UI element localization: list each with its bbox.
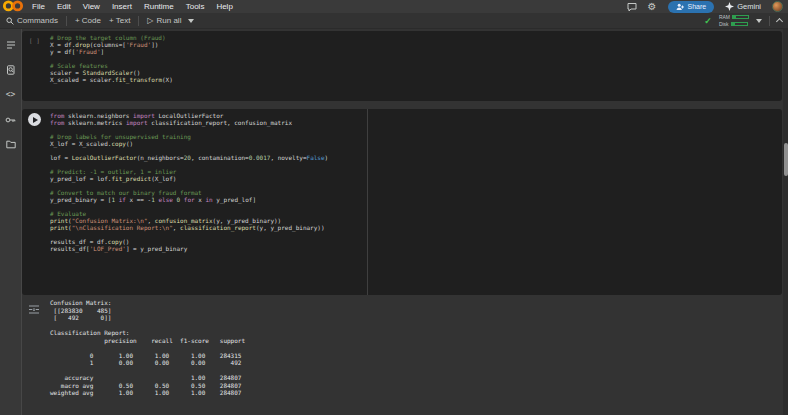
resources-button[interactable]: RAM Disk [719,14,749,27]
code-line: # Drop labels for unsupervised training [50,133,782,140]
code-line: from sklearn.metrics import classificati… [50,119,782,126]
play-icon [33,117,38,123]
code-line: X_scaled = scaler.fit_transform(X) [50,76,782,83]
run-cell-button[interactable] [28,113,41,126]
disk-label: Disk [719,21,729,27]
share-person-icon [676,3,685,11]
code-line: scaler = StandardScaler() [50,69,782,76]
output-gutter [22,299,50,397]
code-line: y_pred_binary = [1 if x == -1 else 0 for… [50,196,782,203]
disk-meter [731,22,748,26]
user-avatar[interactable] [772,1,783,12]
colab-logo-icon[interactable] [2,0,24,12]
ram-label: RAM [719,14,730,20]
code-line [50,203,782,210]
code-line: # Evaluate [50,210,782,217]
code-line: from sklearn.neighbors import LocalOutli… [50,112,782,119]
code-line: y = df['Fraud'] [50,48,782,55]
secrets-key-icon[interactable] [5,114,16,125]
ram-meter [732,15,749,19]
code-line: lof = LocalOutlierFactor(n_neighbors=20,… [50,154,782,161]
commands-label: Commands [17,16,58,25]
code-editor[interactable]: # Drop the target column (Fraud)X = df.d… [50,31,782,101]
scrollbar-thumb[interactable] [784,143,788,176]
code-line: y_pred_lof = lof.fit_predict(X_lof) [50,175,782,182]
column-ruler [367,109,368,295]
code-line: # Predict: -1 = outlier, 1 = inlier [50,168,782,175]
code-line: # Drop the target column (Fraud) [50,34,782,41]
code-editor[interactable]: from sklearn.neighbors import LocalOutli… [50,109,782,295]
cell-gutter [22,109,50,295]
search-icon [6,17,14,25]
code-cell[interactable]: from sklearn.neighbors import LocalOutli… [22,109,782,295]
gemini-label: Gemini [737,2,761,11]
output-toggle-icon[interactable] [28,301,40,319]
menu-insert[interactable]: Insert [112,2,132,11]
code-line [50,182,782,189]
code-snippets-icon[interactable]: <> [5,89,16,100]
find-replace-icon[interactable] [5,64,16,75]
add-code-button[interactable]: + Code [75,16,101,25]
code-line [50,231,782,238]
gear-icon[interactable]: ⚙ [648,2,657,12]
scrollbar-track[interactable] [783,29,788,415]
run-all-label: Run all [157,16,182,25]
code-line: print("Confusion Matrix:\n", confusion_m… [50,217,782,224]
colab-window: FileEditViewInsertRuntimeToolsHelp ⚙ Sha… [0,0,788,415]
menu-view[interactable]: View [83,2,100,11]
menu-file[interactable]: File [32,2,45,11]
cell-output: Confusion Matrix: [[283830 485] [ 492 0]… [22,299,782,397]
run-all-button[interactable]: ▷ Run all [147,16,194,25]
code-line [50,126,782,133]
code-line [50,161,782,168]
menu-bar-items: FileEditViewInsertRuntimeToolsHelp [32,2,233,11]
run-cell-indicator[interactable]: [ ] [29,37,40,44]
menubar: FileEditViewInsertRuntimeToolsHelp ⚙ Sha… [0,0,788,13]
code-line: X_lof = X_scaled.copy() [50,140,782,147]
caret-down-icon[interactable] [756,19,762,23]
code-line [50,147,782,154]
play-icon: ▷ [147,16,153,25]
share-button[interactable]: Share [668,1,715,13]
toolbar: Commands + Code + Text ▷ Run all ✓ RAM D… [0,13,788,29]
code-line: # Convert to match our binary fraud form… [50,189,782,196]
left-sidebar: <> [0,29,22,415]
toolbar-divider [138,16,139,26]
table-of-contents-icon[interactable] [5,39,16,50]
add-text-button[interactable]: + Text [109,16,130,25]
commands-button[interactable]: Commands [6,16,58,25]
check-icon: ✓ [704,16,712,26]
output-text: Confusion Matrix: [[283830 485] [ 492 0]… [50,299,782,397]
comment-icon[interactable] [627,2,637,12]
code-cell[interactable]: [ ] # Drop the target column (Fraud)X = … [22,31,782,101]
code-line [50,55,782,62]
caret-down-icon [188,19,194,23]
menu-edit[interactable]: Edit [57,2,71,11]
notebook-area: [ ] # Drop the target column (Fraud)X = … [22,29,788,415]
code-line: X = df.drop(columns=['Fraud']) [50,41,782,48]
toolbar-divider [769,16,770,26]
menu-runtime[interactable]: Runtime [144,2,174,11]
code-line: # Scale features [50,62,782,69]
cell-gutter: [ ] [22,31,50,101]
code-line: results_df['LOF_Pred'] = y_pred_binary [50,245,782,252]
toolbar-divider [66,16,67,26]
share-button-label: Share [688,3,707,10]
menu-help[interactable]: Help [216,2,232,11]
code-line: print("\nClassification Report:\n", clas… [50,224,782,231]
menu-tools[interactable]: Tools [186,2,205,11]
chevron-up-icon[interactable] [776,18,783,25]
gemini-sparkle-icon [725,2,734,11]
gemini-button[interactable]: Gemini [725,2,761,11]
files-folder-icon[interactable] [5,139,16,150]
code-line: results_df = df.copy() [50,238,782,245]
